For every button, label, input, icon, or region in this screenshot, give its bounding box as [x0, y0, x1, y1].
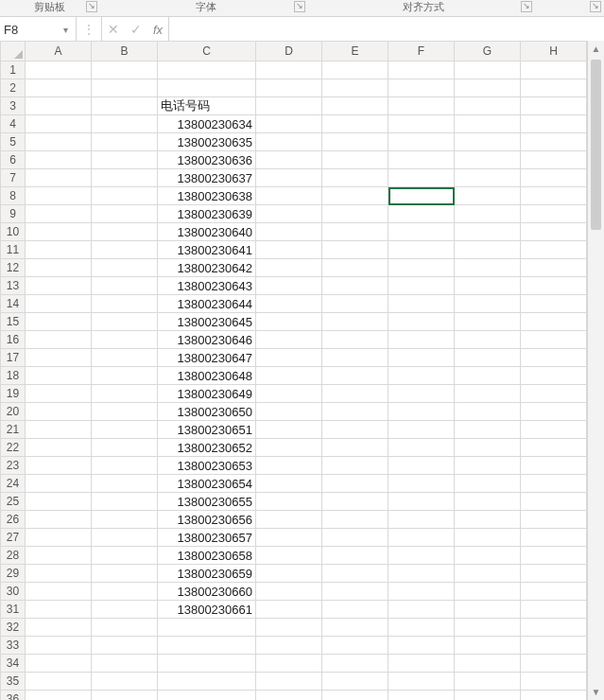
cell-C12[interactable]: 13800230642 [158, 259, 256, 277]
row-header-2[interactable]: 2 [1, 79, 26, 97]
cell-H35[interactable] [521, 673, 587, 691]
cell-A19[interactable] [26, 385, 92, 403]
row-header-11[interactable]: 11 [1, 241, 26, 259]
cell-B7[interactable] [92, 169, 158, 187]
cell-G27[interactable] [455, 529, 521, 547]
cell-A13[interactable] [26, 277, 92, 295]
cell-F14[interactable] [388, 295, 455, 313]
cell-F22[interactable] [388, 439, 455, 457]
cell-C1[interactable] [158, 61, 256, 79]
cell-E24[interactable] [322, 475, 388, 493]
row-header-31[interactable]: 31 [1, 601, 26, 619]
cell-D1[interactable] [256, 61, 322, 79]
cell-F16[interactable] [388, 331, 455, 349]
cell-C35[interactable] [158, 673, 256, 691]
ribbon-launcher-alignment[interactable]: ↘ [521, 1, 532, 12]
cell-D17[interactable] [256, 349, 322, 367]
column-header-C[interactable]: C [158, 42, 256, 61]
cell-F19[interactable] [388, 385, 455, 403]
cell-H21[interactable] [521, 421, 587, 439]
cell-D23[interactable] [256, 457, 322, 475]
column-header-A[interactable]: A [26, 42, 92, 61]
cell-A4[interactable] [26, 115, 92, 133]
cell-A35[interactable] [26, 673, 92, 691]
cell-A17[interactable] [26, 349, 92, 367]
cell-G33[interactable] [455, 637, 521, 655]
cell-C4[interactable]: 13800230634 [158, 115, 256, 133]
cell-F20[interactable] [388, 403, 455, 421]
cell-D26[interactable] [256, 511, 322, 529]
cell-D2[interactable] [256, 79, 322, 97]
row-header-18[interactable]: 18 [1, 367, 26, 385]
row-header-33[interactable]: 33 [1, 637, 26, 655]
cell-D22[interactable] [256, 439, 322, 457]
cell-E21[interactable] [322, 421, 388, 439]
cell-E33[interactable] [322, 637, 388, 655]
row-header-23[interactable]: 23 [1, 457, 26, 475]
name-box[interactable]: F8 ▾ [0, 17, 77, 42]
cell-G19[interactable] [455, 385, 521, 403]
scroll-thumb[interactable] [591, 60, 601, 230]
cell-F3[interactable] [388, 97, 455, 115]
cell-C22[interactable]: 13800230652 [158, 439, 256, 457]
cell-H23[interactable] [521, 457, 587, 475]
row-header-15[interactable]: 15 [1, 313, 26, 331]
cell-A15[interactable] [26, 313, 92, 331]
cell-C2[interactable] [158, 79, 256, 97]
row-header-1[interactable]: 1 [1, 61, 26, 79]
cell-E26[interactable] [322, 511, 388, 529]
cell-B19[interactable] [92, 385, 158, 403]
row-header-34[interactable]: 34 [1, 655, 26, 673]
cell-G3[interactable] [455, 97, 521, 115]
cell-B4[interactable] [92, 115, 158, 133]
cell-D34[interactable] [256, 655, 322, 673]
cell-F21[interactable] [388, 421, 455, 439]
cell-F9[interactable] [388, 205, 455, 223]
cell-G29[interactable] [455, 565, 521, 583]
cell-F27[interactable] [388, 529, 455, 547]
cell-G23[interactable] [455, 457, 521, 475]
formula-enter-icon[interactable]: ✓ [130, 22, 142, 37]
row-header-19[interactable]: 19 [1, 385, 26, 403]
cell-G20[interactable] [455, 403, 521, 421]
column-header-E[interactable]: E [322, 42, 388, 61]
scroll-up-icon[interactable]: ▲ [588, 41, 604, 57]
cell-F5[interactable] [388, 133, 455, 151]
column-header-G[interactable]: G [455, 42, 521, 61]
cell-H28[interactable] [521, 547, 587, 565]
cell-G28[interactable] [455, 547, 521, 565]
cell-B32[interactable] [92, 619, 158, 637]
cell-D20[interactable] [256, 403, 322, 421]
cell-H30[interactable] [521, 583, 587, 601]
cell-C8[interactable]: 13800230638 [158, 187, 256, 205]
cell-D7[interactable] [256, 169, 322, 187]
cell-B1[interactable] [92, 61, 158, 79]
cell-A24[interactable] [26, 475, 92, 493]
ribbon-launcher-clipboard[interactable]: ↘ [86, 1, 97, 12]
cell-F8[interactable] [388, 187, 455, 205]
row-header-36[interactable]: 36 [1, 691, 26, 701]
cell-B29[interactable] [92, 565, 158, 583]
cell-A36[interactable] [26, 691, 92, 701]
cell-C14[interactable]: 13800230644 [158, 295, 256, 313]
cell-A12[interactable] [26, 259, 92, 277]
cell-E27[interactable] [322, 529, 388, 547]
cell-G17[interactable] [455, 349, 521, 367]
cell-D33[interactable] [256, 637, 322, 655]
cell-C36[interactable] [158, 691, 256, 701]
cell-A11[interactable] [26, 241, 92, 259]
cell-D35[interactable] [256, 673, 322, 691]
column-header-H[interactable]: H [521, 42, 587, 61]
cell-F7[interactable] [388, 169, 455, 187]
cell-C31[interactable]: 13800230661 [158, 601, 256, 619]
cell-G2[interactable] [455, 79, 521, 97]
cell-G16[interactable] [455, 331, 521, 349]
cell-C25[interactable]: 13800230655 [158, 493, 256, 511]
cell-E29[interactable] [322, 565, 388, 583]
column-header-B[interactable]: B [92, 42, 158, 61]
cell-F34[interactable] [388, 655, 455, 673]
cell-B31[interactable] [92, 601, 158, 619]
column-header-D[interactable]: D [256, 42, 322, 61]
cell-H13[interactable] [521, 277, 587, 295]
cell-E13[interactable] [322, 277, 388, 295]
